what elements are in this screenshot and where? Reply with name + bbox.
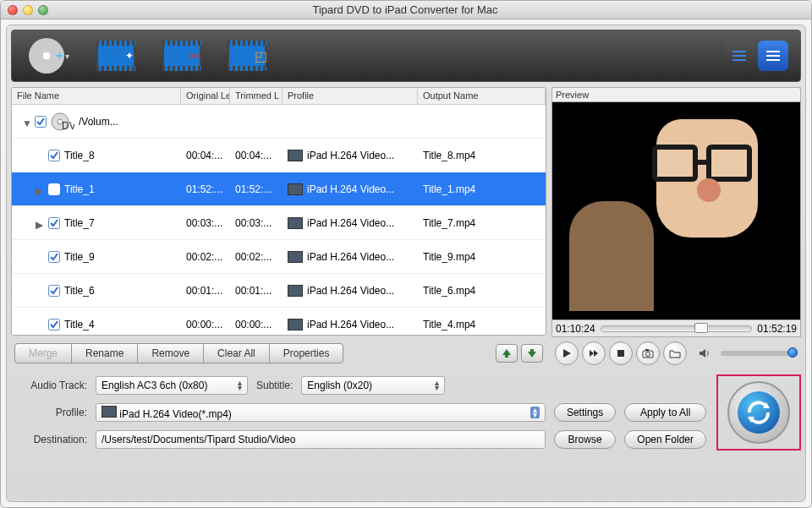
row-origlen: 00:04:... [181, 150, 230, 161]
destination-input[interactable]: /Users/test/Documents/Tipard Studio/Vide… [96, 430, 546, 449]
profile-select[interactable]: iPad H.264 Video(*.mp4)▴▾ [96, 403, 546, 422]
col-outname[interactable]: Output Name [418, 88, 546, 104]
close-window-button[interactable] [8, 5, 18, 15]
row-origlen: 00:02:... [181, 251, 230, 263]
volume-slider[interactable] [721, 351, 798, 356]
zoom-window-button[interactable] [38, 5, 48, 15]
time-current: 01:10:24 [556, 323, 595, 335]
apply-to-all-button[interactable]: Apply to All [624, 403, 706, 422]
svg-marker-16 [502, 349, 511, 358]
subtitle-label: Subtitle: [256, 380, 293, 391]
detail-icon [765, 49, 782, 63]
preview-character-right [656, 119, 792, 271]
row-profile: iPad H.264 Video... [307, 319, 394, 330]
disclosure-triangle[interactable]: ▶ [36, 185, 44, 194]
window-title: Tipard DVD to iPad Converter for Mac [48, 3, 762, 16]
fast-forward-button[interactable] [582, 341, 606, 365]
disclosure-triangle[interactable]: ▼ [22, 117, 30, 126]
row-outname: Title_6.mp4 [418, 285, 546, 297]
play-icon [562, 348, 572, 358]
app-window: Tipard DVD to iPad Converter for Mac + ▾… [0, 0, 812, 508]
move-up-button[interactable] [496, 344, 518, 363]
remove-button[interactable]: Remove [138, 344, 204, 363]
col-trimlen[interactable]: Trimmed L [230, 88, 283, 104]
merge-button[interactable]: Merge [15, 344, 72, 363]
properties-button[interactable]: Properties [270, 344, 343, 363]
table-row[interactable]: Title_800:04:...00:04:...iPad H.264 Vide… [12, 139, 546, 172]
row-name: Title_1 [64, 183, 95, 195]
row-origlen: 00:00:... [181, 319, 230, 330]
row-trimlen: 00:03:... [230, 217, 283, 229]
open-folder-button[interactable]: Open Folder [624, 430, 706, 449]
crop-button[interactable]: ◰ [222, 36, 272, 75]
row-outname: Title_4.mp4 [418, 319, 546, 330]
row-trimlen: 00:00:... [230, 319, 283, 330]
row-name: Title_6 [64, 285, 95, 297]
stop-icon [616, 348, 626, 358]
column-headers: File Name Original Le Trimmed L Profile … [12, 88, 546, 105]
profile-thumb-icon [288, 183, 303, 195]
table-row[interactable]: Title_400:00:...00:00:...iPad H.264 Vide… [12, 308, 546, 335]
trim-button[interactable]: ✂ [156, 36, 206, 75]
col-origlen[interactable]: Original Le [181, 88, 230, 104]
folder-icon [669, 348, 681, 358]
table-row[interactable]: ▶Title_700:03:...00:03:...iPad H.264 Vid… [12, 206, 546, 240]
row-name: /Volum... [79, 116, 118, 128]
row-name: Title_8 [64, 150, 95, 161]
table-row[interactable]: Title_900:02:...00:02:...iPad H.264 Vide… [12, 240, 546, 274]
volume-thumb[interactable] [787, 347, 798, 358]
snapshot-folder-button[interactable] [663, 341, 687, 365]
svg-rect-21 [617, 350, 624, 357]
row-outname: Title_7.mp4 [418, 217, 546, 229]
profile-thumb-icon [288, 251, 303, 263]
table-row-root[interactable]: ▼DVD/Volum... [12, 105, 546, 139]
convert-icon [744, 398, 773, 427]
row-profile: iPad H.264 Video... [307, 217, 394, 229]
col-profile[interactable]: Profile [283, 88, 418, 104]
table-row[interactable]: ▶Title_101:52:...01:52:...iPad H.264 Vid… [12, 172, 546, 206]
row-trimlen: 01:52:... [230, 183, 283, 195]
subtitle-select[interactable]: English (0x20)▴▾ [301, 376, 445, 395]
snapshot-button[interactable] [636, 341, 660, 365]
clear-all-button[interactable]: Clear All [204, 344, 270, 363]
svg-rect-24 [645, 349, 649, 351]
table-row[interactable]: Title_600:01:...00:01:...iPad H.264 Vide… [12, 274, 546, 308]
list-action-group: Merge Rename Remove Clear All Properties [14, 343, 343, 363]
disclosure-triangle[interactable]: ▶ [36, 219, 44, 227]
dvd-small-icon: DVD [51, 112, 74, 131]
svg-marker-19 [590, 350, 594, 357]
rename-button[interactable]: Rename [72, 344, 138, 363]
forward-icon [589, 348, 599, 358]
preview-video[interactable] [551, 101, 801, 320]
profile-thumb-icon [288, 285, 303, 297]
settings-button[interactable]: Settings [554, 403, 616, 422]
audio-track-select[interactable]: English AC3 6ch (0x80)▴▾ [96, 376, 248, 395]
seek-slider[interactable] [601, 325, 753, 332]
svg-point-23 [646, 352, 650, 357]
load-dvd-button[interactable]: + ▾ [24, 36, 74, 75]
detail-view-button[interactable] [758, 41, 788, 71]
convert-highlight [716, 374, 801, 451]
destination-label: Destination: [11, 434, 87, 445]
seek-thumb[interactable] [694, 323, 708, 333]
audio-track-label: Audio Track: [11, 380, 87, 391]
row-outname: Title_9.mp4 [418, 251, 546, 263]
file-list-panel: File Name Original Le Trimmed L Profile … [11, 87, 546, 336]
effect-button[interactable]: ✦ [90, 36, 140, 75]
row-outname: Title_8.mp4 [418, 150, 546, 161]
row-trimlen: 00:02:... [230, 251, 283, 263]
stop-button[interactable] [609, 341, 633, 365]
play-button[interactable] [555, 341, 579, 365]
preview-label: Preview [551, 87, 801, 101]
list-view-button[interactable] [724, 41, 754, 71]
camera-icon [642, 348, 654, 358]
profile-thumb-icon [288, 217, 303, 229]
row-trimlen: 00:04:... [230, 150, 283, 161]
minimize-window-button[interactable] [23, 5, 33, 15]
move-down-button[interactable] [521, 344, 543, 363]
convert-button[interactable] [727, 381, 790, 444]
profile-thumb-icon [288, 319, 303, 330]
col-filename[interactable]: File Name [12, 88, 181, 104]
browse-button[interactable]: Browse [554, 430, 616, 449]
row-outname: Title_1.mp4 [418, 183, 546, 195]
